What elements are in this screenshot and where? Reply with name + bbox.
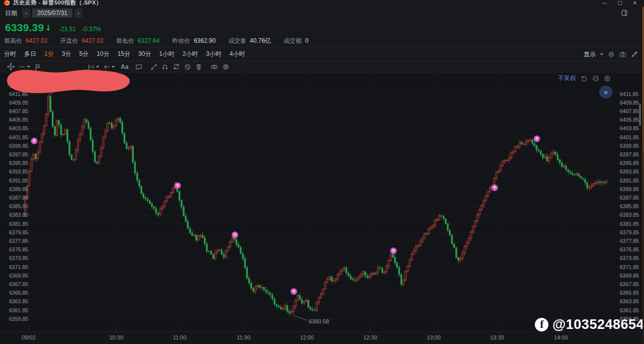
stat-item: 最低价6327.64 <box>116 37 159 45</box>
continuous-draw-icon[interactable] <box>173 63 180 70</box>
buy-marker-icon[interactable] <box>31 138 37 144</box>
y-axis-label: 6367.85 <box>620 281 639 288</box>
reset-zoom-icon[interactable] <box>581 75 588 82</box>
y-axis-label: 6375.85 <box>620 246 639 253</box>
timeframe-tab-分时[interactable]: 分时 <box>4 50 16 58</box>
y-axis-label: 6373.85 <box>620 255 639 262</box>
stat-item: 成交量40.76亿 <box>228 37 271 45</box>
chevron-down-icon[interactable] <box>600 53 603 55</box>
timeframe-tab-10分[interactable]: 10分 <box>97 50 109 58</box>
timeframe-tab-3小时[interactable]: 3小时 <box>206 50 222 58</box>
y-axis-label: 6409.85 <box>9 100 28 106</box>
side-panel-toggle-icon[interactable] <box>621 10 628 19</box>
hide-drawings-icon[interactable] <box>184 63 191 70</box>
y-axis-label: 6375.85 <box>9 246 28 253</box>
y-axis-label: 6409.85 <box>620 100 639 106</box>
price-change-percent: -0.37% <box>82 25 101 33</box>
screenshot-camera-icon[interactable] <box>619 51 626 58</box>
prev-day-button[interactable]: ‹ <box>22 9 30 18</box>
y-axis-label: 6361.85 <box>9 307 28 314</box>
y-axis-label: 6391.85 <box>620 178 639 184</box>
comment-tool-icon[interactable] <box>135 63 142 70</box>
y-axis-label: 6395.85 <box>9 160 28 166</box>
stat-label: 成交额 <box>284 37 302 45</box>
stat-label: 最低价 <box>116 37 134 45</box>
buy-marker-icon[interactable] <box>232 232 238 238</box>
visible-high-label: 6412.04 <box>62 84 82 91</box>
zoom-in-icon[interactable] <box>604 75 611 82</box>
y-axis-label: 6387.85 <box>9 195 28 201</box>
chart-area[interactable]: 6411.856409.856407.856405.856403.856401.… <box>0 72 644 332</box>
timeframe-tab-3分[interactable]: 3分 <box>62 50 71 58</box>
next-day-button[interactable]: › <box>74 9 83 18</box>
y-axis-label: 6385.85 <box>9 203 28 210</box>
flag-tool-icon[interactable] <box>34 63 41 70</box>
stat-item: 最高价6427.02 <box>4 37 47 45</box>
timeframe-tab-30分[interactable]: 30分 <box>138 50 151 58</box>
close-button[interactable]: × <box>633 0 637 6</box>
y-axis-label: 6363.85 <box>620 298 639 305</box>
y-axis-label: 6383.85 <box>620 212 639 218</box>
stat-label: 昨收价 <box>172 37 190 45</box>
expand-panel-button[interactable]: » <box>599 85 612 99</box>
visible-low-label: 6360.58 <box>309 318 329 324</box>
timeframe-tab-5分[interactable]: 5分 <box>79 50 89 58</box>
buy-marker-icon[interactable] <box>175 183 181 189</box>
candlestick-plot[interactable] <box>0 72 644 332</box>
stat-value: 6427.02 <box>26 37 47 44</box>
magnet-tool-icon[interactable] <box>162 63 169 70</box>
y-axis-label: 6407.85 <box>9 108 28 115</box>
buy-marker-icon[interactable] <box>390 248 396 254</box>
timeframe-tab-多日[interactable]: 多日 <box>24 50 36 58</box>
x-axis-label: 11:00 <box>173 334 187 340</box>
timeframe-tab-2小时[interactable]: 2小时 <box>183 50 198 58</box>
snap-tool-dropdown-icon[interactable] <box>88 63 99 70</box>
adjustment-mode-link[interactable]: 不复权 <box>558 74 576 82</box>
stat-item: 开盘价6427.02 <box>60 37 103 45</box>
x-axis-label: 11:30 <box>237 334 251 340</box>
vertical-scrollbar-thumb[interactable] <box>639 104 641 126</box>
tool-settings-gear-icon[interactable] <box>222 63 229 70</box>
timeframe-tab-15分[interactable]: 15分 <box>117 50 130 58</box>
x-axis-label: 14:00 <box>554 334 568 340</box>
line-style-dropdown-icon[interactable] <box>19 63 30 70</box>
trendline-tool-icon[interactable] <box>150 63 157 70</box>
chart-settings-gear-icon[interactable] <box>608 51 615 58</box>
text-tool[interactable]: Aa <box>121 63 128 70</box>
date-picker[interactable]: 2025/07/31 <box>32 9 72 18</box>
compare-circles-icon[interactable] <box>210 63 218 70</box>
y-axis-label: 6393.85 <box>9 168 28 175</box>
y-axis-label: 6405.85 <box>9 117 28 123</box>
y-axis-label: 6361.85 <box>620 307 639 314</box>
date-bar: 日期 ‹ 2025/07/31 › <box>0 7 644 20</box>
trash-icon[interactable] <box>195 63 202 70</box>
y-axis-label: 6401.85 <box>620 134 639 141</box>
date-label: 日期 <box>5 9 17 18</box>
app-logo-icon <box>4 0 10 6</box>
y-axis-label: 6381.85 <box>620 221 639 227</box>
display-dropdown[interactable]: 显示 <box>584 50 596 59</box>
timeframe-tab-1小时[interactable]: 1小时 <box>159 50 175 58</box>
last-price: 6339.39 <box>5 22 44 33</box>
zoom-out-icon[interactable] <box>592 75 599 82</box>
y-axis-label: 6371.85 <box>620 264 639 271</box>
y-axis-label: 6391.85 <box>9 178 28 184</box>
move-tool-icon[interactable] <box>7 63 15 70</box>
maximize-button[interactable]: □ <box>617 0 622 6</box>
watermark-handle: @1035248654 <box>552 317 644 332</box>
time-axis: 09/0210:3011:0011:3012:0012:3013:0013:30… <box>0 332 644 344</box>
timeframe-tab-4小时[interactable]: 4小时 <box>229 50 245 58</box>
y-axis-label: 6411.85 <box>9 91 28 98</box>
edit-pencil-icon[interactable] <box>631 51 638 58</box>
buy-marker-icon[interactable] <box>534 136 540 142</box>
buy-marker-icon[interactable] <box>492 185 498 191</box>
buy-marker-icon[interactable] <box>291 289 297 295</box>
minimize-button[interactable]: — <box>602 0 607 6</box>
y-axis-label: 6359.85 <box>9 316 28 322</box>
y-axis-label: 6369.85 <box>620 273 639 279</box>
y-axis-label: 6403.85 <box>620 125 639 132</box>
timeframe-tab-1分[interactable]: 1分 <box>44 50 54 58</box>
y-axis-label: 6369.85 <box>9 273 28 279</box>
undo-arrow-dropdown-icon[interactable] <box>103 63 115 70</box>
timeframe-tab-bar: 分时多日1分3分5分10分15分30分1小时2小时3小时4小时 显示 <box>0 47 644 61</box>
